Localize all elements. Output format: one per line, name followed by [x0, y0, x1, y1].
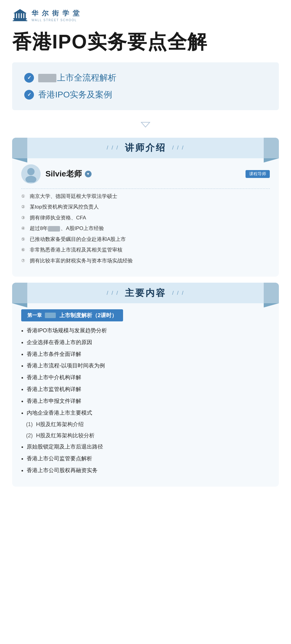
- svg-rect-0: [13, 18, 27, 19]
- chapter-1-header: 第一章 上市制度解析（2课时）: [21, 309, 123, 321]
- sub-item-1: (1) H股及红筹架构介绍: [12, 420, 279, 429]
- instructor-header: Silvie老师 课程导师: [21, 164, 270, 184]
- list-item: 香港上市申报文件详解: [27, 397, 270, 406]
- svg-rect-8: [13, 20, 27, 21]
- hero-section: 香港IPO实务要点全解: [0, 28, 291, 62]
- avatar: [21, 164, 41, 184]
- ribbon-slashes-left-instructor: / / /: [107, 145, 119, 151]
- svg-rect-4: [19, 13, 21, 18]
- ribbon-wing-right-main: [264, 283, 279, 303]
- check-icon-2: [24, 90, 34, 100]
- list-item: 香港上市公司股权再融资实务: [27, 466, 270, 475]
- credential-3: ③ 拥有律师执业资格、CFA: [21, 214, 270, 222]
- chapter-title: 上市制度解析（2课时）: [59, 312, 117, 319]
- ribbon-slashes-right-main: / / /: [172, 290, 184, 296]
- ribbon-slashes-right-instructor: / / /: [172, 145, 184, 151]
- svg-point-10: [27, 168, 35, 175]
- credential-1: ① 南京大学、德国哥廷根大学双法学硕士: [21, 192, 270, 200]
- ribbon-wing-left-instructor: [12, 138, 27, 158]
- list-item: 内地企业香港上市主要模式: [27, 409, 270, 417]
- divider-instructor: [21, 189, 270, 189]
- ribbon-center-main: / / / 主要内容 / / /: [27, 283, 264, 303]
- credential-list: ① 南京大学、德国哥廷根大学双法学硕士 ② 某top投资机构资深风控负责人 ③ …: [21, 192, 270, 265]
- list-item: 香港IPO市场规模与发展趋势分析: [27, 326, 270, 335]
- instructor-section-card: / / / 讲师介绍 / / / Silvie老师 课程导师 ① 南京: [12, 138, 279, 277]
- list-item: 原始股锁定期及上市后退出路径: [27, 442, 270, 451]
- course-badge: 课程导师: [246, 170, 270, 178]
- svg-rect-5: [22, 13, 23, 18]
- credential-2: ② 某top投资机构资深风控负责人: [21, 203, 270, 211]
- feature-box: 上市全流程解析 香港IPO实务及案例: [12, 62, 279, 110]
- list-item: 香港上市条件全面详解: [27, 350, 270, 359]
- instructor-name: Silvie老师: [45, 169, 82, 179]
- content-list-2: 原始股锁定期及上市后退出路径 香港上市公司监管要点解析 香港上市公司股权再融资实…: [12, 442, 279, 475]
- ribbon-center-instructor: / / / 讲师介绍 / / /: [27, 138, 264, 158]
- main-content-ribbon: / / / 主要内容 / / /: [12, 283, 279, 303]
- ribbon-wing-left-main: [12, 283, 27, 303]
- instructor-ribbon: / / / 讲师介绍 / / /: [12, 138, 279, 158]
- ribbon-slashes-left-main: / / /: [107, 290, 119, 296]
- ribbon-title-main: 主要内容: [125, 287, 166, 299]
- sub-item-2: (2) H股及红筹架构比较分析: [12, 431, 279, 440]
- credential-4: ④ 超过8年 、A股IPO上市经验: [21, 225, 270, 232]
- logo-chinese: 华 尔 街 学 堂: [32, 9, 80, 18]
- svg-marker-9: [141, 122, 150, 127]
- logo-text-block: 华 尔 街 学 堂 WALL STREET SCHOOL: [32, 9, 80, 22]
- feature-item-1: 上市全流程解析: [24, 72, 267, 84]
- arrow-divider: [0, 116, 291, 135]
- list-item: 香港上市流程-以项目时间表为例: [27, 361, 270, 370]
- chapter-blurred: [45, 313, 56, 318]
- ribbon-title-instructor: 讲师介绍: [125, 142, 166, 154]
- feature-label-1: 上市全流程解析: [38, 72, 116, 84]
- content-list-1: 香港IPO市场规模与发展趋势分析 企业选择在香港上市的原因 香港上市条件全面详解…: [12, 326, 279, 417]
- blurred-text-1: [38, 74, 56, 82]
- logo-english: WALL STREET SCHOOL: [32, 18, 80, 22]
- svg-rect-2: [15, 13, 16, 18]
- credential-5: ⑤ 已推动数家备受瞩目的企业赴港和A股上市: [21, 235, 270, 243]
- instructor-name-row: Silvie老师 课程导师: [45, 169, 270, 179]
- svg-rect-6: [24, 13, 26, 18]
- chapter-label: 第一章: [27, 312, 42, 319]
- svg-point-11: [25, 176, 36, 182]
- feature-item-2: 香港IPO实务及案例: [24, 89, 267, 100]
- svg-marker-7: [13, 9, 27, 13]
- instructor-block: Silvie老师 课程导师 ① 南京大学、德国哥廷根大学双法学硕士 ② 某top…: [12, 164, 279, 265]
- check-icon-1: [24, 73, 34, 83]
- feature-label-2: 香港IPO实务及案例: [38, 89, 112, 100]
- logo-icon: [12, 8, 28, 22]
- ribbon-wing-right-instructor: [264, 138, 279, 158]
- header: 华 尔 街 学 堂 WALL STREET SCHOOL: [0, 0, 291, 28]
- svg-rect-1: [14, 19, 26, 20]
- page-title: 香港IPO实务要点全解: [12, 31, 279, 53]
- chevron-down-icon[interactable]: [85, 171, 92, 177]
- list-item: 香港上市中介机构详解: [27, 373, 270, 382]
- list-item: 香港上市公司监管要点解析: [27, 454, 270, 463]
- list-item: 香港上市监管机构详解: [27, 385, 270, 394]
- credential-6: ⑥ 非常熟悉香港上市流程及其相关监管审核: [21, 246, 270, 254]
- svg-rect-3: [17, 13, 18, 18]
- credential-7: ⑦ 拥有比较丰富的财税实务与资本市场实战经验: [21, 257, 270, 265]
- main-content-section-card: / / / 主要内容 / / / 第一章 上市制度解析（2课时） 香港IPO市场…: [12, 283, 279, 487]
- list-item: 企业选择在香港上市的原因: [27, 338, 270, 347]
